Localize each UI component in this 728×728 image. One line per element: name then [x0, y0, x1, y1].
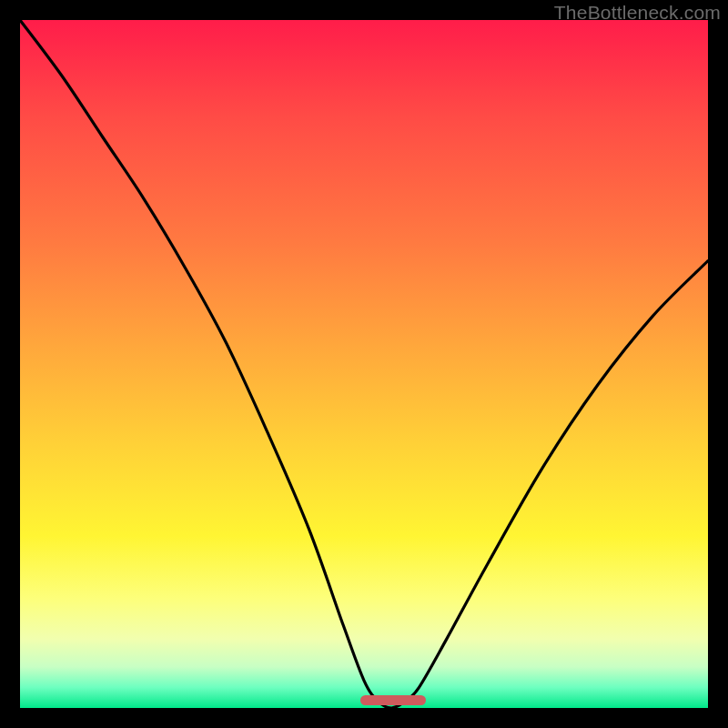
optimal-range-marker: [360, 695, 426, 705]
chart-frame: [20, 20, 708, 708]
bottleneck-curve: [20, 20, 708, 708]
curve-path: [20, 20, 708, 708]
watermark-text: TheBottleneck.com: [554, 2, 721, 24]
